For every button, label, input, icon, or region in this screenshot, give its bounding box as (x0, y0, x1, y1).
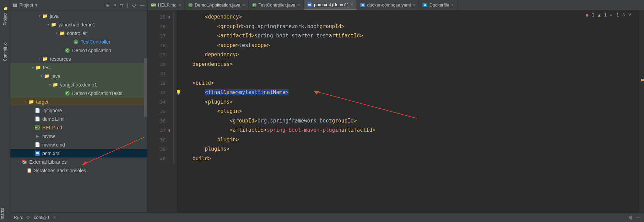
marker-strip[interactable] (640, 10, 644, 214)
inspection-widget[interactable]: ●1 ▲1 ✔1 ᐱ ᐯ (586, 12, 631, 17)
run-config-icon: ⟳ (26, 215, 30, 220)
editor-tab[interactable]: CDemo1Application.java× (185, 0, 249, 10)
code-line[interactable]: plugins> (180, 144, 640, 154)
tree-item[interactable]: CDemo1Application (10, 46, 147, 55)
project-sidebar: ▦ Project ▾ ⊕ ≡ ⇆ | ⚙ — ▾📁java▾📁yangchao… (10, 0, 148, 222)
code-line[interactable]: 💡 <finalName>mytestfinalName> (180, 88, 640, 97)
ok-icon: ✔ (610, 12, 613, 17)
code-line[interactable]: <artifactId>spring-boot-starter-testarti… (180, 31, 640, 41)
code-line[interactable]: <plugins> (180, 97, 640, 107)
left-tool-strip: Project📁 Commit⟲ marks (0, 0, 10, 222)
code-line[interactable]: <dependency> (180, 12, 640, 22)
close-icon[interactable]: × (53, 215, 56, 220)
close-icon[interactable]: × (179, 3, 181, 8)
run-toolbar: Run: ⟳ config-1 × ⚙ — (10, 212, 644, 222)
editor-tabs: MDHELP.md×CDemo1Application.java×CTestCo… (148, 0, 644, 10)
tree-item[interactable]: ▶mvnw (10, 132, 147, 140)
close-icon[interactable]: × (413, 3, 415, 8)
project-icon: ▦ (13, 2, 17, 8)
tree-item[interactable]: ▾📁yangchao.demo1 (10, 20, 147, 29)
ok-count: 1 (616, 12, 619, 17)
expand-icon[interactable]: ≡ (113, 2, 116, 8)
tree-item[interactable]: ▾📁test (10, 63, 147, 72)
code-line[interactable]: <plugin> (180, 107, 640, 116)
gear-icon[interactable]: ⚙ (132, 2, 136, 8)
tree-item[interactable]: ▾📁java (10, 12, 147, 20)
locate-icon[interactable]: ⊕ (106, 2, 110, 8)
tree-item[interactable]: 📄demo1.iml (10, 115, 147, 123)
tree-item[interactable]: 📄mvnw.cmd (10, 140, 147, 149)
tree-item[interactable]: ▾📁java (10, 72, 147, 80)
editor-tab[interactable]: ▣Dockerfile× (419, 0, 457, 10)
tree-item[interactable]: ›📚External Libraries (10, 157, 147, 166)
divider: | (127, 2, 128, 8)
tree-item[interactable]: ▾📁yangchao.demo1 (10, 80, 147, 89)
editor-area: MDHELP.md×CDemo1Application.java×CTestCo… (148, 0, 644, 222)
code-editor[interactable]: ●1 ▲1 ✔1 ᐱ ᐯ <dependency> <groupId>org.s… (177, 10, 640, 214)
editor-tab[interactable]: ▣docker-compose.yaml× (357, 0, 419, 10)
chevron-down-icon[interactable]: ᐯ (629, 13, 631, 17)
scrollbar-thumb[interactable] (144, 58, 147, 117)
dropdown-icon[interactable]: ▾ (35, 2, 37, 8)
close-icon[interactable]: × (242, 3, 245, 8)
editor-tab[interactable]: mpom.xml (demo1)× (304, 0, 357, 10)
code-line[interactable]: <groupId>org.springframework.bootgroupId… (180, 22, 640, 32)
tree-item[interactable]: ▾📁controller (10, 29, 147, 37)
minimize-icon[interactable]: — (636, 215, 641, 220)
close-icon[interactable]: × (297, 3, 300, 8)
tree-item[interactable]: 📋Scratches and Consoles (10, 166, 147, 175)
gear-icon[interactable]: ⚙ (629, 215, 633, 220)
run-label: Run: (14, 215, 23, 220)
tree-item[interactable]: 📄.gitignore (10, 106, 147, 115)
close-icon[interactable]: × (351, 2, 353, 7)
close-icon[interactable]: × (451, 3, 454, 8)
editor-tab[interactable]: MDHELP.md× (148, 0, 185, 10)
intention-bulb-icon[interactable]: 💡 (176, 88, 181, 97)
collapse-icon[interactable]: ⇆ (120, 2, 124, 8)
warning-count: 1 (604, 12, 607, 17)
code-line[interactable]: plugin> (180, 135, 640, 145)
code-line[interactable]: dependency> (180, 50, 640, 60)
error-icon: ● (586, 12, 588, 17)
code-line[interactable] (180, 69, 640, 79)
tree-item[interactable]: ›📁resources (10, 55, 147, 63)
sidebar-title: Project (19, 2, 33, 8)
code-line[interactable]: build> (180, 154, 640, 164)
tree-item[interactable]: MDHELP.md (10, 123, 147, 132)
code-line[interactable]: <artifactId>spring-boot-maven-pluginarti… (180, 126, 640, 135)
tree-item[interactable]: ›📁target (10, 97, 147, 106)
tool-commit[interactable]: Commit⟲ (3, 39, 8, 65)
code-line[interactable]: <build> (180, 79, 640, 88)
code-line[interactable]: <groupId>org.springframework.bootgroupId… (180, 116, 640, 126)
tool-marks[interactable]: marks (0, 206, 5, 221)
minimize-icon[interactable]: — (140, 2, 145, 8)
code-line[interactable]: <scope>testscope> (180, 41, 640, 50)
tree-item[interactable]: CTestController (10, 37, 147, 46)
chevron-up-icon[interactable]: ᐱ (622, 13, 625, 17)
fold-strip[interactable] (172, 10, 177, 214)
line-gutter[interactable]: 25◑262728293031323334353637◑383940 (148, 10, 172, 214)
code-line[interactable]: dependencies> (180, 60, 640, 69)
sidebar-header: ▦ Project ▾ ⊕ ≡ ⇆ | ⚙ — (10, 0, 147, 10)
project-tree[interactable]: ▾📁java▾📁yangchao.demo1▾📁controllerCTestC… (10, 10, 147, 222)
tree-item[interactable]: mpom.xml (10, 149, 147, 157)
run-config-name[interactable]: config-1 (34, 215, 49, 220)
error-count: 1 (592, 12, 595, 17)
tool-project[interactable]: Project📁 (3, 3, 8, 29)
editor-tab[interactable]: CTestController.java× (249, 0, 304, 10)
tree-item[interactable]: CDemo1ApplicationTests (10, 89, 147, 97)
warning-icon: ▲ (598, 12, 601, 17)
